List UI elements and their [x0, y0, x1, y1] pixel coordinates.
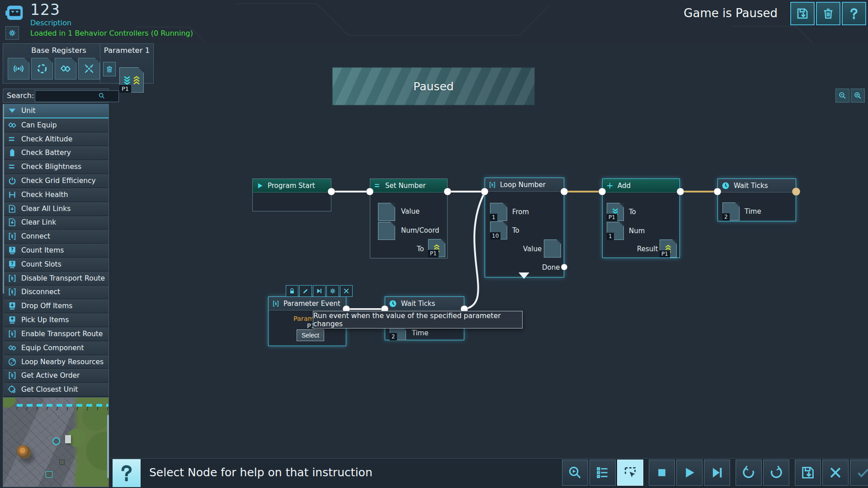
- behavior-description[interactable]: Description: [30, 19, 71, 27]
- sidebar-item-label: Count Items: [21, 246, 64, 254]
- run-to-node-button[interactable]: [313, 285, 326, 297]
- undo-button[interactable]: [736, 460, 762, 486]
- field-label: Num/Coord: [401, 226, 439, 235]
- sidebar-item-check-battery[interactable]: Check Battery: [3, 146, 108, 160]
- sidebar-item-pick-up-items[interactable]: Pick Up Items: [3, 313, 108, 327]
- input-slot-value[interactable]: [378, 203, 395, 221]
- sidebar-item-connect[interactable]: Connect: [3, 230, 108, 244]
- register-signal-button[interactable]: [8, 58, 29, 80]
- zoom-to-selection-button[interactable]: [562, 460, 588, 486]
- input-slot-to[interactable]: P1: [607, 203, 624, 221]
- node-wait-ticks-1[interactable]: Wait Ticks 2 Time: [717, 178, 796, 221]
- register-badge: P1: [660, 250, 670, 258]
- minimap[interactable]: [3, 397, 109, 487]
- help-hint: Select Node for help on that instruction: [149, 466, 373, 479]
- behavior-settings-button[interactable]: [5, 26, 19, 40]
- parameter-slot[interactable]: P1: [119, 67, 144, 93]
- sidebar-item-label: Equip Component: [21, 344, 84, 352]
- node-set-number[interactable]: Set Number Value Num/Coord To P1: [370, 178, 448, 258]
- sidebar-item-get-closest-unit[interactable]: Get Closest Unit: [3, 383, 108, 397]
- output-slot-to[interactable]: P1: [428, 239, 445, 257]
- node-list-button[interactable]: [590, 460, 616, 486]
- lock-node-button[interactable]: [286, 285, 298, 297]
- sidebar-item-count-slots[interactable]: Count Slots: [3, 258, 108, 272]
- node-add[interactable]: Add P1 To 1 Num Result P1: [602, 178, 680, 258]
- register-converge-button[interactable]: [78, 58, 100, 80]
- play-icon: [256, 182, 264, 190]
- sidebar-item-drop-off-items[interactable]: Drop Off Items: [3, 299, 108, 313]
- output-slot-result[interactable]: P1: [660, 239, 677, 258]
- sidebar-item-check-altitude[interactable]: Check Altitude: [3, 132, 108, 146]
- sidebar-item-label: Connect: [21, 232, 50, 240]
- help-mode-button[interactable]: [113, 459, 141, 487]
- sidebar-item-clear-link[interactable]: Clear Link: [3, 216, 108, 230]
- select-parameter-button[interactable]: Select: [297, 329, 324, 341]
- save-behavior-button[interactable]: [790, 2, 815, 25]
- sidebar-item-can-equip[interactable]: Can Equip: [3, 118, 108, 132]
- delete-parameter-button[interactable]: [103, 62, 116, 76]
- sidebar-item-disconnect[interactable]: Disconnect: [3, 286, 108, 300]
- zoom-in-icon: [854, 91, 862, 100]
- node-title: Wait Ticks: [734, 182, 768, 190]
- marquee-select-button[interactable]: [617, 460, 643, 486]
- confirm-button[interactable]: [850, 460, 868, 486]
- node-settings-button[interactable]: [326, 285, 339, 297]
- sidebar-item-enable-transport-route[interactable]: Enable Transport Route: [3, 327, 108, 341]
- input-slot-num[interactable]: 1: [607, 222, 624, 240]
- value-badge: 1: [607, 233, 614, 240]
- close-button[interactable]: [822, 460, 849, 486]
- sidebar-item-check-blightness[interactable]: Check Blightness: [3, 160, 108, 174]
- node-title: Loop Number: [500, 181, 546, 189]
- register-spinner-button[interactable]: [31, 58, 53, 80]
- sidebar-item-check-health[interactable]: Check Health: [3, 188, 108, 202]
- sidebar-item-disable-transport-route[interactable]: Disable Transport Route: [3, 272, 108, 286]
- delete-behavior-button[interactable]: [816, 2, 840, 25]
- list-scrollbar[interactable]: [3, 104, 4, 397]
- brackets-icon: [488, 181, 496, 189]
- target-icon: [7, 385, 17, 394]
- register-link-button[interactable]: [55, 58, 76, 80]
- zoom-out-button[interactable]: [835, 89, 849, 103]
- link-icon: [59, 62, 72, 75]
- step-button[interactable]: [704, 460, 730, 486]
- sidebar-item-get-active-order[interactable]: Get Active Order: [3, 369, 108, 383]
- input-slot-num-coord[interactable]: [378, 222, 395, 240]
- sidebar-item-check-grid-efficiency[interactable]: Check Grid Efficiency: [3, 174, 108, 188]
- field-label: To: [417, 245, 424, 253]
- redo-button[interactable]: [763, 460, 789, 486]
- edit-node-button[interactable]: [299, 285, 312, 297]
- link-icon: [7, 343, 17, 353]
- gear-icon: [8, 28, 17, 38]
- zoom-in-button[interactable]: [851, 89, 865, 103]
- tab-base-registers[interactable]: Base Registers: [3, 43, 115, 84]
- value-badge: 2: [390, 333, 397, 340]
- stop-button[interactable]: [649, 460, 675, 486]
- save-button[interactable]: [795, 460, 821, 486]
- tab-parameter-1[interactable]: Parameter 1 P1: [100, 43, 154, 84]
- sidebar-item-count-items[interactable]: Count Items: [3, 244, 108, 258]
- sidebar-item-loop-nearby-resources[interactable]: Loop Nearby Resources: [3, 355, 108, 369]
- search-input[interactable]: [35, 90, 119, 102]
- minimap-structure: [65, 435, 71, 443]
- input-slot-to[interactable]: 10: [490, 221, 507, 239]
- edit-icon: [302, 287, 309, 295]
- node-title: Wait Ticks: [401, 300, 435, 308]
- drop-off-icon: [7, 301, 17, 311]
- output-slot-value[interactable]: [544, 239, 561, 258]
- delete-node-button[interactable]: [340, 285, 353, 297]
- sidebar-item-equip-component[interactable]: Equip Component: [3, 341, 108, 355]
- behavior-icon: [5, 4, 25, 23]
- header-buttons: [790, 2, 866, 25]
- input-slot-from[interactable]: 1: [490, 203, 507, 221]
- value-badge: 2: [722, 213, 730, 221]
- sidebar-item-label: Check Grid Efficiency: [21, 177, 96, 185]
- field-label: From: [512, 208, 529, 216]
- triangle-down-icon: [7, 106, 17, 116]
- node-loop-number[interactable]: Loop Number 1 From 10 To Value Done: [485, 178, 564, 277]
- run-button[interactable]: [676, 460, 703, 486]
- help-button[interactable]: [842, 2, 866, 25]
- sidebar-item-unit[interactable]: Unit: [3, 104, 108, 118]
- sidebar-item-clear-all-links[interactable]: Clear All Links: [3, 202, 108, 216]
- node-program-start[interactable]: Program Start: [252, 178, 331, 211]
- input-slot-time[interactable]: 2: [722, 202, 740, 221]
